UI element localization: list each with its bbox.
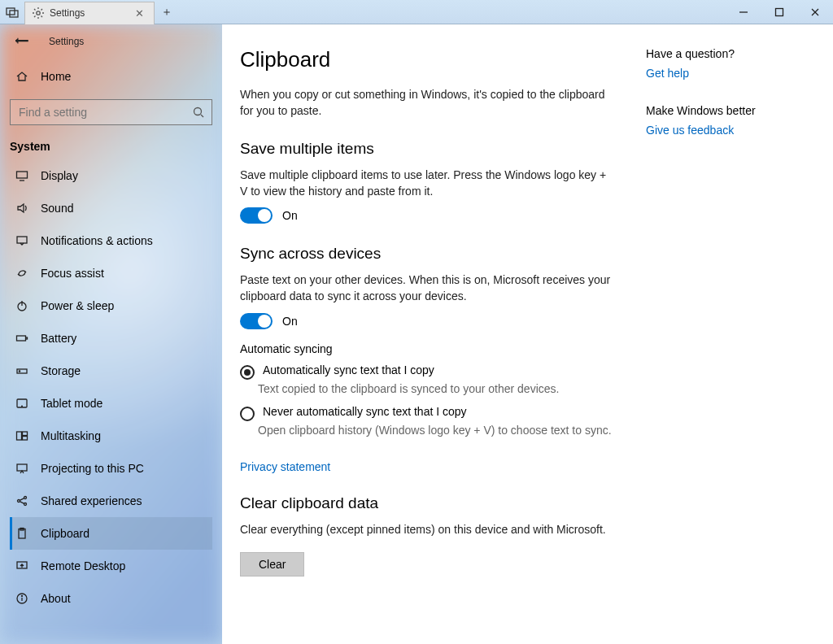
tab-title: Settings <box>50 7 127 19</box>
about-icon <box>15 591 29 606</box>
svg-line-27 <box>20 498 24 501</box>
sidebar-item-label: Remote Desktop <box>41 559 125 572</box>
minimize-button[interactable] <box>726 0 761 24</box>
sync-toggle[interactable] <box>240 313 273 329</box>
sync-option-auto[interactable]: Automatically sync text that I copy <box>240 363 613 380</box>
svg-rect-20 <box>17 432 22 440</box>
radio-selected-icon <box>240 365 255 380</box>
sync-toggle-label: On <box>282 315 298 328</box>
storage-icon <box>15 363 29 378</box>
back-button[interactable]: 🠔 <box>10 30 34 54</box>
page-title: Clipboard <box>240 47 613 72</box>
tablet-icon <box>15 396 29 411</box>
sidebar-item-label: Power & sleep <box>41 299 114 312</box>
sidebar-item-focus-assist[interactable]: Focus assist <box>10 257 212 289</box>
svg-rect-23 <box>17 464 27 471</box>
sidebar-item-label: About <box>41 592 71 605</box>
search-icon <box>185 106 212 119</box>
sidebar-item-remote-desktop[interactable]: Remote Desktop <box>10 550 212 582</box>
sidebar-item-power-sleep[interactable]: Power & sleep <box>10 289 212 322</box>
home-icon <box>15 69 29 84</box>
page-intro: When you copy or cut something in Window… <box>240 87 613 119</box>
sync-subhead: Automatic syncing <box>240 342 613 355</box>
sidebar-item-about[interactable]: About <box>10 582 212 615</box>
sidebar-item-projecting[interactable]: Projecting to this PC <box>10 452 212 485</box>
new-tab-button[interactable]: ＋ <box>155 5 179 20</box>
help-heading: Have a question? <box>646 47 817 60</box>
maximize-button[interactable] <box>761 0 797 24</box>
power-icon <box>15 298 29 313</box>
search-box[interactable] <box>10 99 212 125</box>
shared-experiences-icon <box>15 494 29 508</box>
titlebar-drag-area[interactable] <box>179 0 726 24</box>
search-input[interactable] <box>11 106 185 119</box>
svg-line-28 <box>20 502 24 504</box>
sync-desc: Paste text on your other devices. When t… <box>240 272 613 304</box>
save-desc: Save multiple clipboard items to use lat… <box>240 168 613 199</box>
clear-desc: Clear everything (except pinned items) o… <box>240 522 613 538</box>
notifications-icon <box>15 233 29 248</box>
projecting-icon <box>15 461 29 476</box>
sidebar-item-battery[interactable]: Battery <box>10 322 212 355</box>
svg-point-24 <box>18 500 20 503</box>
svg-rect-21 <box>23 432 28 436</box>
tab-settings[interactable]: Settings ✕ <box>24 2 155 24</box>
sidebar-item-label: Multitasking <box>41 429 101 442</box>
tab-close-button[interactable]: ✕ <box>132 7 147 20</box>
window-controls <box>726 0 833 24</box>
sidebar-item-label: Sound <box>41 202 73 215</box>
svg-rect-11 <box>17 237 27 243</box>
multitasking-icon <box>15 429 29 443</box>
sidebar-item-label: Shared experiences <box>41 494 142 507</box>
svg-rect-22 <box>23 437 28 441</box>
svg-rect-1 <box>10 11 18 17</box>
sidebar-home[interactable]: Home <box>10 60 212 93</box>
svg-point-34 <box>22 596 23 597</box>
sidebar-home-label: Home <box>41 70 71 83</box>
save-toggle[interactable] <box>240 207 273 224</box>
close-button[interactable] <box>797 0 833 24</box>
give-feedback-link[interactable]: Give us feedback <box>646 124 817 137</box>
titlebar-left: Settings ✕ ＋ <box>0 0 179 24</box>
svg-point-17 <box>19 371 20 372</box>
clipboard-icon <box>15 526 29 541</box>
sidebar-item-notifications[interactable]: Notifications & actions <box>10 224 212 257</box>
svg-rect-9 <box>17 172 28 178</box>
app-body: 🠔 Settings Home System Display Sound Not… <box>0 24 833 644</box>
content: Clipboard When you copy or cut something… <box>222 24 833 644</box>
side-rail: Have a question? Get help Make Windows b… <box>646 24 833 644</box>
sync-option-never[interactable]: Never automatically sync text that I cop… <box>240 405 613 421</box>
sidebar-list: Display Sound Notifications & actions Fo… <box>10 159 212 615</box>
sync-toggle-row: On <box>240 313 613 329</box>
feedback-heading: Make Windows better <box>646 104 817 117</box>
get-help-link[interactable]: Get help <box>646 67 817 80</box>
radio-unselected-icon <box>240 407 255 421</box>
svg-rect-0 <box>7 8 15 15</box>
sidebar-item-clipboard[interactable]: Clipboard <box>10 517 212 550</box>
titlebar: Settings ✕ ＋ <box>0 0 833 24</box>
svg-line-8 <box>201 115 203 117</box>
sync-option-auto-label: Automatically sync text that I copy <box>263 363 434 376</box>
svg-rect-14 <box>17 336 26 341</box>
sidebar-item-storage[interactable]: Storage <box>10 355 212 387</box>
sidebar-item-shared-experiences[interactable]: Shared experiences <box>10 485 212 517</box>
save-heading: Save multiple items <box>240 140 613 158</box>
task-view-icon[interactable] <box>0 0 24 24</box>
sidebar-item-display[interactable]: Display <box>10 159 212 192</box>
save-toggle-row: On <box>240 207 613 224</box>
clear-button[interactable]: Clear <box>240 552 304 577</box>
sidebar-item-label: Storage <box>41 364 81 377</box>
sidebar-item-label: Focus assist <box>41 267 104 280</box>
sidebar-item-tablet-mode[interactable]: Tablet mode <box>10 387 212 420</box>
sync-option-auto-desc: Text copied to the clipboard is synced t… <box>258 381 613 398</box>
privacy-link[interactable]: Privacy statement <box>240 460 330 473</box>
sound-icon <box>15 201 29 215</box>
svg-rect-4 <box>776 8 783 15</box>
focus-assist-icon <box>15 266 29 281</box>
main-pane: Clipboard When you copy or cut something… <box>222 24 646 644</box>
sidebar-item-sound[interactable]: Sound <box>10 192 212 224</box>
svg-point-7 <box>194 108 202 115</box>
sidebar-header: 🠔 Settings <box>10 24 212 59</box>
sync-heading: Sync across devices <box>240 245 613 263</box>
sidebar-item-multitasking[interactable]: Multitasking <box>10 420 212 452</box>
